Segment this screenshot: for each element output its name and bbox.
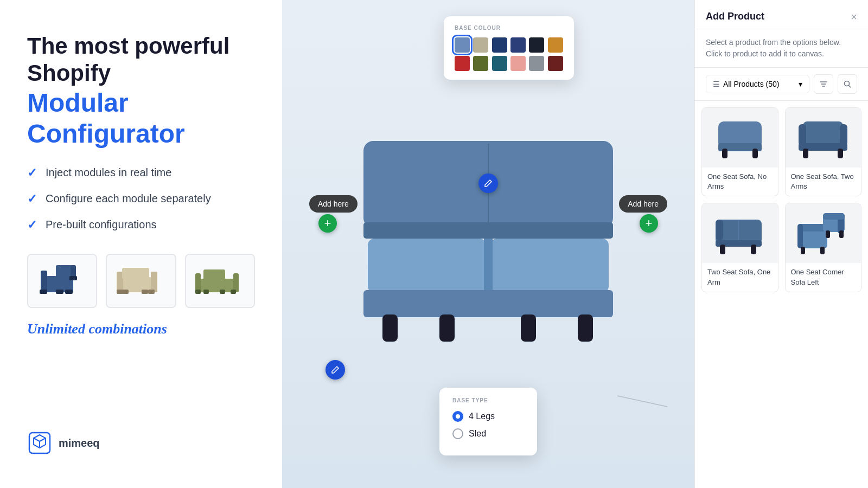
product-name-4: One Seat Corner Sofa Left <box>786 263 861 291</box>
right-panel: Add Product × Select a product from the … <box>694 0 868 488</box>
logo-area: mimeeq <box>27 431 255 455</box>
product-card-4[interactable]: One Seat Corner Sofa Left <box>785 203 862 292</box>
svg-rect-60 <box>823 213 845 220</box>
headline-line2: Modular Configurator <box>27 88 185 149</box>
color-swatch-5[interactable] <box>548 37 563 53</box>
filter-chevron: ▾ <box>799 80 802 88</box>
base-popup-label: BASE TYPE <box>452 397 524 403</box>
sofa-thumb-2[interactable] <box>106 254 176 308</box>
check-icon-1: ✓ <box>27 166 37 180</box>
sort-icon <box>819 80 828 88</box>
svg-rect-23 <box>220 290 225 294</box>
svg-rect-45 <box>840 124 847 146</box>
sofa-thumbnails <box>27 254 255 308</box>
svg-rect-2 <box>40 290 47 294</box>
filter-select[interactable]: ☰ All Products (50) ▾ <box>706 75 809 93</box>
left-panel: The most powerful Shopify Modular Config… <box>0 0 282 488</box>
color-swatch-11[interactable] <box>548 56 563 71</box>
unlimited-text: Unlimited combinations <box>27 321 255 337</box>
svg-rect-28 <box>368 239 486 293</box>
color-swatch-0[interactable] <box>455 37 470 53</box>
color-swatch-6[interactable] <box>455 56 470 71</box>
product-image-4 <box>786 203 861 263</box>
radio-sled-label: Sled <box>469 429 486 439</box>
color-popup: BASE COLOUR <box>444 16 574 80</box>
sofa-thumb-3[interactable] <box>185 254 255 308</box>
color-swatch-7[interactable] <box>473 56 488 71</box>
svg-rect-6 <box>56 290 63 294</box>
svg-rect-20 <box>231 290 236 294</box>
svg-rect-22 <box>203 290 209 294</box>
product-card-3[interactable]: Two Seat Sofa, One Arm <box>701 203 778 292</box>
product-image-3 <box>702 203 778 263</box>
svg-rect-21 <box>203 269 225 280</box>
color-swatch-8[interactable] <box>492 56 507 71</box>
color-swatch-4[interactable] <box>529 37 544 53</box>
svg-rect-10 <box>151 272 157 292</box>
product-card-2[interactable]: One Seat Sofa, Two Arms <box>785 107 862 196</box>
products-grid: One Seat Sofa, No Arms One Seat Sofa, Tw… <box>695 101 868 488</box>
product-name-2: One Seat Sofa, Two Arms <box>786 168 861 196</box>
sofa-area: Add here Add here + + <box>342 130 635 390</box>
svg-rect-35 <box>578 314 593 342</box>
edit-pencil-bottom-left[interactable] <box>326 360 345 380</box>
product-image-1 <box>702 108 778 168</box>
mimeeq-logo-icon <box>27 431 52 455</box>
panel-filter: ☰ All Products (50) ▾ <box>695 68 868 101</box>
add-right-button[interactable]: + <box>640 214 658 233</box>
color-swatch-9[interactable] <box>510 56 526 71</box>
svg-rect-29 <box>490 239 609 293</box>
svg-rect-32 <box>382 314 398 342</box>
headline-line1: The most powerful Shopify <box>27 33 229 86</box>
color-grid <box>455 37 563 71</box>
product-card-1[interactable]: One Seat Sofa, No Arms <box>701 107 778 196</box>
color-swatch-1[interactable] <box>473 37 488 53</box>
check-icon-3: ✓ <box>27 218 37 232</box>
color-swatch-10[interactable] <box>529 56 544 71</box>
filter-icon: ☰ <box>713 80 720 88</box>
product-image-2 <box>786 108 861 168</box>
radio-4legs-circle <box>452 411 463 422</box>
headline: The most powerful Shopify Modular Config… <box>27 33 255 150</box>
color-swatch-2[interactable] <box>492 37 507 53</box>
svg-rect-61 <box>801 247 805 254</box>
add-left-button[interactable]: + <box>318 214 337 233</box>
svg-rect-33 <box>439 314 455 342</box>
svg-rect-18 <box>233 273 239 292</box>
feature-item-1: ✓ Inject modules in real time <box>27 166 255 180</box>
add-here-right-button[interactable]: Add here <box>619 195 667 213</box>
svg-rect-30 <box>484 239 493 293</box>
svg-rect-19 <box>195 290 201 294</box>
sofa-thumb-1[interactable] <box>27 254 97 308</box>
logo-text: mimeeq <box>59 437 100 450</box>
edit-pencil-top[interactable] <box>478 174 498 193</box>
svg-rect-13 <box>122 268 149 279</box>
svg-rect-17 <box>195 273 201 292</box>
svg-rect-41 <box>722 149 727 158</box>
svg-rect-7 <box>69 276 77 280</box>
svg-rect-15 <box>142 290 148 294</box>
svg-rect-14 <box>122 290 129 294</box>
svg-rect-62 <box>820 247 825 254</box>
add-here-left-button[interactable]: Add here <box>309 195 358 213</box>
product-name-1: One Seat Sofa, No Arms <box>702 168 778 196</box>
svg-rect-34 <box>521 314 536 342</box>
panel-description: Select a product from the options below.… <box>695 29 868 68</box>
svg-rect-57 <box>797 224 803 248</box>
svg-rect-52 <box>720 245 725 254</box>
close-button[interactable]: × <box>851 11 857 22</box>
svg-rect-3 <box>65 290 73 294</box>
radio-sled[interactable]: Sled <box>452 428 524 439</box>
svg-rect-64 <box>839 230 844 238</box>
radio-sled-circle <box>452 428 463 439</box>
features-list: ✓ Inject modules in real time ✓ Configur… <box>27 166 255 232</box>
color-swatch-3[interactable] <box>510 37 526 53</box>
svg-rect-63 <box>826 230 830 238</box>
radio-4legs[interactable]: 4 Legs <box>452 411 524 422</box>
panel-header: Add Product × <box>695 0 868 29</box>
svg-rect-48 <box>838 149 843 158</box>
sort-button[interactable] <box>814 74 833 94</box>
search-button[interactable] <box>838 74 857 94</box>
svg-rect-42 <box>752 149 758 158</box>
feature-item-3: ✓ Pre-built configurations <box>27 218 255 232</box>
